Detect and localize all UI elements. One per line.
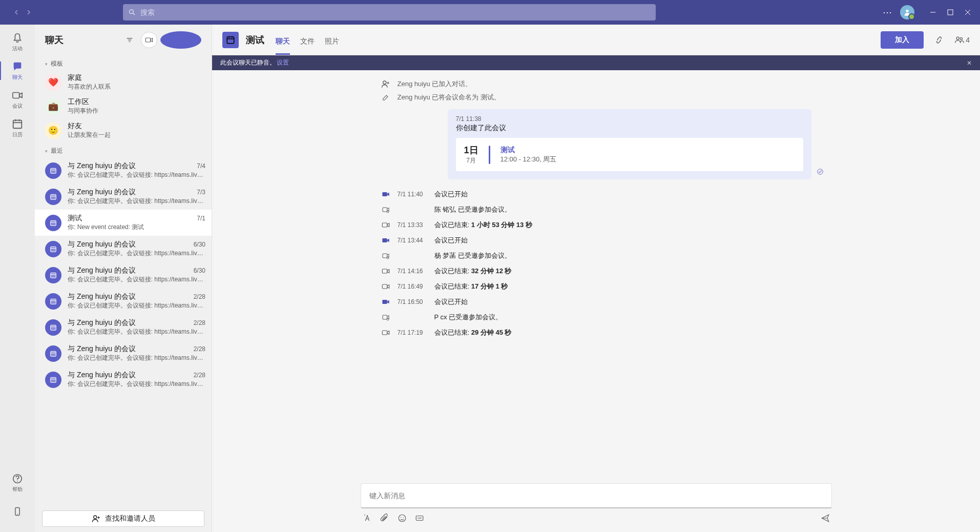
nav-back[interactable] [12, 8, 20, 16]
tab-files[interactable]: 文件 [300, 37, 315, 55]
close-button[interactable] [964, 9, 972, 15]
chat-date: 7/4 [197, 162, 205, 170]
mute-banner: 此会议聊天已静音。 设置 ✕ [212, 55, 980, 70]
minimize-button[interactable] [929, 9, 937, 15]
template-subtitle: 与喜欢的人联系 [68, 83, 111, 91]
template-item[interactable]: ❤️ 家庭与喜欢的人联系 [35, 70, 212, 94]
svg-rect-16 [948, 10, 953, 15]
chat-list-item[interactable]: 与 Zeng huiyu 的会议7/3 你: 会议已创建完毕。会议链接: htt… [35, 183, 212, 210]
chat-list-item[interactable]: 与 Zeng huiyu 的会议2/28 你: 会议已创建完毕。会议链接: ht… [35, 366, 212, 393]
calendar-icon [45, 162, 61, 179]
join-meeting-button[interactable]: 加入 [881, 31, 924, 49]
banner-settings-link[interactable]: 设置 [277, 58, 289, 67]
chat-list-item[interactable]: 与 Zeng huiyu 的会议2/28 你: 会议已创建完毕。会议链接: ht… [35, 314, 212, 340]
people-icon [954, 35, 965, 45]
template-subtitle: 让朋友聚在一起 [68, 131, 111, 139]
calendar-icon [45, 241, 61, 257]
svg-text:GIF: GIF [417, 517, 422, 520]
svg-point-22 [17, 514, 18, 515]
nav-forward[interactable] [25, 8, 33, 16]
template-title: 好友 [68, 121, 111, 131]
template-emoji-icon: 💼 [45, 98, 61, 115]
svg-line-13 [133, 13, 135, 15]
format-button[interactable] [363, 514, 372, 523]
invite-people-button[interactable]: 查找和邀请人员 [42, 510, 204, 527]
template-emoji-icon: ❤️ [45, 74, 61, 91]
rail-help[interactable]: 帮助 [0, 468, 35, 497]
chat-list-item[interactable]: 与 Zeng huiyu 的会议2/28 你: 会议已创建完毕。会议链接: ht… [35, 340, 212, 366]
search-box[interactable] [123, 4, 656, 21]
chat-list-item[interactable]: 测试7/1 你: New event created: 测试 [35, 210, 212, 236]
rail-chat[interactable]: 聊天 [0, 56, 35, 85]
search-input[interactable] [140, 8, 651, 16]
video-off-icon [381, 267, 390, 275]
chat-title: 与 Zeng huiyu 的会议 [68, 344, 136, 354]
rail-label: 会议 [12, 103, 23, 110]
event-time: 7/1 11:40 [398, 191, 427, 198]
chat-preview: 你: 会议已创建完毕。会议链接: https://teams.live.... [68, 249, 205, 258]
message-input[interactable] [369, 492, 823, 500]
send-button[interactable] [821, 514, 830, 523]
gif-button[interactable]: GIF [415, 514, 424, 523]
chat-preview: 你: 会议已创建完毕。会议链接: https://teams.live.... [68, 275, 205, 284]
compose-box[interactable] [361, 483, 832, 508]
chat-list-item[interactable]: 与 Zeng huiyu 的会议7/4 你: 会议已创建完毕。会议链接: htt… [35, 157, 212, 183]
chat-title: 与 Zeng huiyu 的会议 [68, 318, 136, 328]
chat-list-item[interactable]: 与 Zeng huiyu 的会议6/30 你: 会议已创建完毕。会议链接: ht… [35, 236, 212, 262]
event-time: 7/1 13:44 [398, 237, 427, 244]
rail-activity[interactable]: 活动 [0, 28, 35, 56]
section-templates-toggle[interactable]: 模板 [35, 55, 212, 70]
svg-rect-60 [383, 315, 387, 319]
help-icon [11, 473, 24, 485]
svg-rect-50 [51, 377, 56, 382]
svg-point-64 [403, 517, 404, 518]
rail-label: 活动 [12, 45, 23, 52]
chat-title: 与 Zeng huiyu 的会议 [68, 188, 136, 197]
chat-date: 6/30 [194, 267, 205, 274]
template-emoji-icon: 🙂 [45, 122, 61, 139]
meet-now-button[interactable] [141, 32, 157, 48]
filter-button[interactable] [121, 32, 138, 48]
template-subtitle: 与同事协作 [68, 107, 98, 115]
tab-photos[interactable]: 照片 [325, 37, 339, 55]
chat-preview: 你: 会议已创建完毕。会议链接: https://teams.live.... [68, 171, 205, 179]
chat-date: 2/28 [194, 345, 205, 353]
calendar-icon [45, 267, 61, 283]
event-text: 会议已开始 [434, 190, 468, 199]
copy-link-button[interactable] [931, 32, 947, 48]
meeting-event: 7/1 17:19 会议已结束: 29 分钟 45 秒 [381, 325, 811, 340]
template-item[interactable]: 🙂 好友让朋友聚在一起 [35, 118, 212, 142]
rail-label: 日历 [12, 131, 23, 138]
video-icon [381, 190, 390, 198]
chat-date: 2/28 [194, 293, 205, 300]
event-text: 会议已结束: 29 分钟 45 秒 [434, 328, 512, 337]
rail-mobile[interactable] [0, 497, 35, 526]
meeting-card[interactable]: 1日 7月 测试 12:00 - 12:30, 周五 [456, 138, 803, 171]
attach-button[interactable] [380, 514, 389, 523]
template-item[interactable]: 💼 工作区与同事协作 [35, 94, 212, 118]
banner-close-icon[interactable]: ✕ [967, 59, 972, 67]
chat-list-item[interactable]: 与 Zeng huiyu 的会议2/28 你: 会议已创建完毕。会议链接: ht… [35, 288, 212, 314]
chat-preview: 你: 会议已创建完毕。会议链接: https://teams.live.... [68, 301, 205, 310]
tab-chat[interactable]: 聊天 [276, 37, 290, 55]
chat-list-pane: 聊天 模板 ❤️ 家庭与喜欢的人联系💼 工作区与同事协作🙂 好友让朋友聚在一起 … [35, 25, 212, 532]
more-button[interactable]: ⋯ [883, 7, 892, 18]
rail-meetings[interactable]: 会议 [0, 85, 35, 114]
conversation-title: 测试 [246, 34, 264, 46]
calendar-icon [45, 372, 61, 388]
emoji-button[interactable] [398, 514, 407, 523]
meeting-event: 7/1 16:49 会议已结束: 17 分钟 1 秒 [381, 279, 811, 294]
participants-button[interactable]: 4 [954, 35, 970, 45]
section-recent-toggle[interactable]: 最近 [35, 142, 212, 157]
chat-list-item[interactable]: 与 Zeng huiyu 的会议6/30 你: 会议已创建完毕。会议链接: ht… [35, 262, 212, 288]
chat-preview: 你: 会议已创建完毕。会议链接: https://teams.live.... [68, 197, 205, 206]
new-chat-button[interactable] [160, 31, 201, 49]
calendar-icon [45, 345, 61, 362]
meeting-event: 7/1 11:40 会议已开始 [381, 187, 811, 202]
invite-icon [381, 252, 390, 260]
user-avatar[interactable] [900, 5, 914, 19]
svg-point-54 [960, 37, 962, 39]
maximize-button[interactable] [946, 9, 954, 15]
event-time: 7/1 16:49 [398, 283, 427, 290]
rail-calendar[interactable]: 日历 [0, 114, 35, 142]
